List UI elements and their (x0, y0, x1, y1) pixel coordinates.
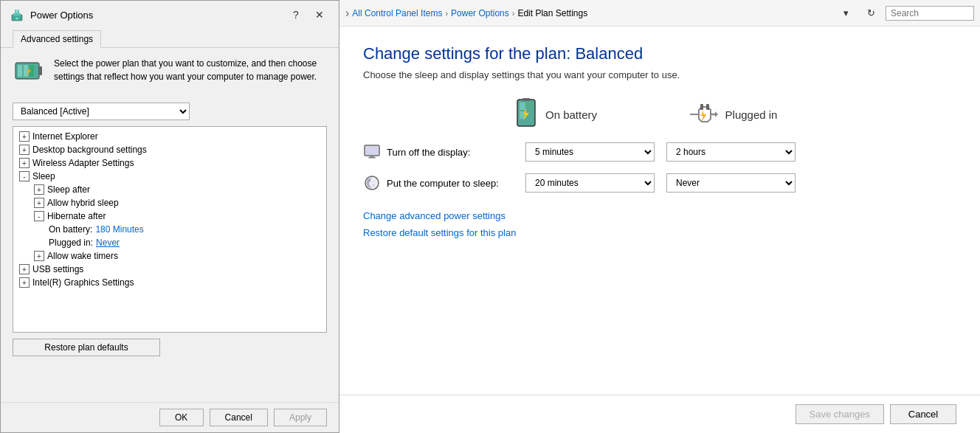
item-label: Wireless Adapter Settings (32, 158, 134, 168)
list-item: Plugged in: Never (13, 236, 326, 249)
dialog-title: Power Options (30, 10, 93, 21)
plan-dropdown-row: Balanced [Active] Power saver High perfo… (1, 98, 339, 126)
sleep-icon (363, 174, 381, 192)
dialog-tab-bar: Advanced settings (1, 27, 339, 48)
setting-label-col: Put the computer to sleep: (363, 174, 525, 192)
plan-subtitle: Choose the sleep and display settings th… (363, 69, 956, 80)
battery-value: 180 Minutes (95, 224, 143, 235)
list-item[interactable]: + Internet Explorer (13, 130, 326, 143)
power-options-dialog: Power Options ? ✕ Advanced settings Sele… (0, 0, 339, 433)
turn-off-display-plugged-select[interactable]: 1 minute 1 hour 2 hours 3 hours Never (666, 142, 796, 162)
item-label: Intel(R) Graphics Settings (32, 277, 134, 288)
item-label: On battery: (49, 224, 92, 235)
item-label: Desktop background settings (32, 145, 147, 155)
battery-state-col: On battery (496, 98, 614, 131)
item-label: Hibernate after (47, 211, 106, 221)
expand-icon[interactable]: + (34, 184, 44, 195)
item-label: Internet Explorer (32, 131, 98, 142)
list-item[interactable]: + Sleep after (13, 183, 326, 196)
battery-state-label: On battery (545, 108, 597, 121)
apply-button[interactable]: Apply (274, 409, 327, 426)
power-states-header: On battery Plugged in (363, 98, 956, 131)
svg-rect-19 (368, 157, 376, 159)
list-item[interactable]: + Wireless Adapter Settings (13, 156, 326, 170)
sleep-battery-select[interactable]: 5 minutes 10 minutes 15 minutes 20 minut… (525, 173, 655, 193)
item-label: Sleep after (47, 184, 90, 195)
turn-off-display-battery-select[interactable]: 1 minute 2 minutes 3 minutes 5 minutes 1… (525, 142, 655, 162)
refresh-button[interactable]: ↻ (860, 4, 881, 22)
plan-select[interactable]: Balanced [Active] Power saver High perfo… (13, 103, 190, 120)
item-label: Allow hybrid sleep (47, 198, 119, 208)
restore-default-settings-link[interactable]: Restore default settings for this plan (363, 227, 956, 238)
sleep-label: Put the computer to sleep: (387, 178, 499, 189)
cp-footer: Save changes Cancel (339, 395, 980, 433)
settings-tree: + Internet Explorer + Desktop background… (13, 126, 327, 333)
breadcrumb-current: Edit Plan Settings (517, 8, 587, 18)
breadcrumb: › All Control Panel Items › Power Option… (345, 7, 831, 20)
cancel-button[interactable]: Cancel (210, 409, 268, 426)
expand-icon[interactable]: + (34, 251, 44, 261)
svg-rect-6 (18, 65, 22, 77)
turn-off-display-dropdowns: 1 minute 2 minutes 3 minutes 5 minutes 1… (525, 142, 796, 162)
links-section: Change advanced power settings Restore d… (363, 210, 956, 238)
toolbar-right: ▾ ↻ (835, 4, 974, 22)
expand-icon[interactable]: - (19, 171, 30, 181)
list-item: On battery: 180 Minutes (13, 223, 326, 236)
list-item[interactable]: + Allow hybrid sleep (13, 196, 326, 209)
svg-point-23 (373, 184, 374, 186)
svg-point-3 (15, 18, 18, 20)
plugged-value: Never (96, 238, 120, 248)
breadcrumb-sep: › (512, 9, 515, 18)
search-input[interactable] (886, 6, 974, 21)
svg-rect-11 (520, 103, 525, 110)
expand-icon[interactable]: + (34, 198, 44, 208)
dialog-controls: ? ✕ (286, 7, 330, 23)
battery-state-icon (513, 98, 539, 131)
plugged-state-icon (687, 101, 720, 128)
help-button[interactable]: ? (286, 7, 306, 23)
item-label: Plugged in: (49, 238, 93, 248)
ok-button[interactable]: OK (159, 409, 204, 426)
list-item[interactable]: - Sleep (13, 170, 326, 183)
advanced-settings-tab[interactable]: Advanced settings (13, 30, 101, 48)
plan-title: Change settings for the plan: Balanced (363, 44, 956, 63)
turn-off-display-row: Turn off the display: 1 minute 2 minutes… (363, 142, 956, 162)
svg-rect-13 (527, 103, 533, 110)
restore-defaults-row: Restore plan defaults (1, 333, 339, 362)
svg-rect-10 (522, 98, 530, 101)
breadcrumb-sep: › (445, 9, 448, 18)
expand-icon[interactable]: + (19, 158, 30, 168)
settings-list: + Internet Explorer + Desktop background… (13, 127, 326, 292)
svg-rect-15 (706, 104, 709, 110)
expand-icon[interactable]: + (19, 131, 30, 142)
breadcrumb-item: › (345, 7, 349, 20)
dropdown-button[interactable]: ▾ (835, 4, 856, 22)
restore-defaults-button[interactable]: Restore plan defaults (13, 339, 160, 356)
list-item[interactable]: + Intel(R) Graphics Settings (13, 276, 326, 289)
list-item[interactable]: + USB settings (13, 263, 326, 276)
expand-icon[interactable]: - (34, 211, 44, 221)
breadcrumb-power-options[interactable]: Power Options (451, 8, 509, 18)
list-item[interactable]: - Hibernate after (13, 209, 326, 223)
power-options-icon (10, 7, 24, 22)
list-item[interactable]: + Desktop background settings (13, 143, 326, 156)
breadcrumb-all-control-panel[interactable]: All Control Panel Items (352, 8, 442, 18)
dialog-description: Select the power plan that you want to c… (54, 57, 327, 83)
close-button[interactable]: ✕ (309, 7, 330, 23)
dialog-titlebar: Power Options ? ✕ (1, 1, 339, 27)
dialog-title-left: Power Options (10, 7, 93, 22)
svg-rect-18 (370, 156, 374, 157)
allow-wake-timers-item[interactable]: + Allow wake timers (13, 249, 326, 263)
setting-label-col: Turn off the display: (363, 143, 525, 161)
dialog-body: Select the power plan that you want to c… (1, 48, 339, 98)
cp-cancel-button[interactable]: Cancel (890, 404, 956, 424)
expand-icon[interactable]: + (19, 277, 30, 288)
svg-rect-17 (365, 146, 379, 155)
svg-rect-14 (700, 104, 703, 110)
expand-icon[interactable]: + (19, 145, 30, 155)
battery-icon (13, 57, 45, 89)
expand-icon[interactable]: + (19, 264, 30, 274)
advanced-power-settings-link[interactable]: Change advanced power settings (363, 210, 956, 221)
sleep-plugged-select[interactable]: 5 minutes 10 minutes 20 minutes 30 minut… (666, 173, 796, 193)
save-changes-button[interactable]: Save changes (796, 404, 884, 424)
